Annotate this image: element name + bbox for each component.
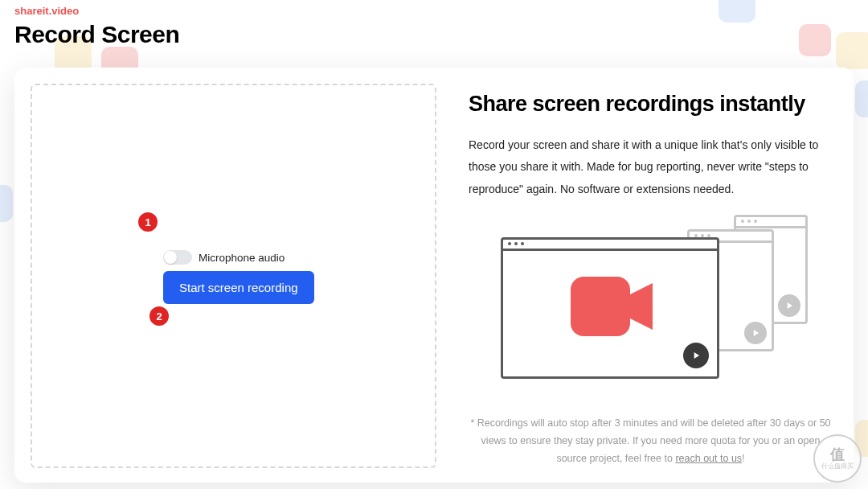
illustration-frame-front — [501, 237, 719, 379]
watermark-badge: 值 什么值得买 — [813, 434, 862, 483]
reach-out-link[interactable]: reach out to us — [675, 453, 742, 464]
play-icon — [778, 294, 800, 317]
info-footnote: * Recordings will auto stop after 3 minu… — [469, 415, 833, 468]
main-card: 1 2 Microphone audio Start screen record… — [14, 68, 854, 483]
annotation-marker-2: 2 — [149, 306, 169, 326]
bg-square-blue-top — [719, 0, 755, 23]
mic-audio-row: Microphone audio — [163, 250, 285, 265]
bg-square-red-top — [799, 24, 831, 56]
info-description: Record your screen and share it with a u… — [469, 134, 833, 200]
record-dropzone: 1 2 Microphone audio Start screen record… — [31, 84, 436, 468]
illustration — [469, 212, 833, 409]
play-icon — [744, 322, 767, 344]
footnote-suffix: ! — [742, 453, 744, 464]
annotation-marker-1: 1 — [138, 212, 158, 232]
footnote-text: * Recordings will auto stop after 3 minu… — [470, 417, 830, 464]
watermark-glyph: 值 — [830, 447, 845, 463]
bg-square-blue-right — [855, 80, 868, 117]
toggle-knob — [164, 251, 177, 264]
info-panel: Share screen recordings instantly Record… — [436, 84, 833, 468]
info-title: Share screen recordings instantly — [469, 92, 833, 117]
watermark-text: 什么值得买 — [821, 463, 854, 471]
bg-square-blue-left — [0, 185, 13, 222]
camera-icon — [571, 277, 654, 339]
brand-link[interactable]: shareit.video — [14, 5, 79, 17]
mic-audio-toggle[interactable] — [163, 250, 192, 265]
start-recording-button[interactable]: Start screen recording — [163, 271, 314, 304]
play-icon — [683, 343, 709, 368]
svg-rect-0 — [571, 277, 630, 336]
page-title: Record Screen — [14, 21, 179, 48]
mic-audio-label: Microphone audio — [199, 252, 285, 264]
bg-square-yellow-top — [836, 32, 868, 69]
